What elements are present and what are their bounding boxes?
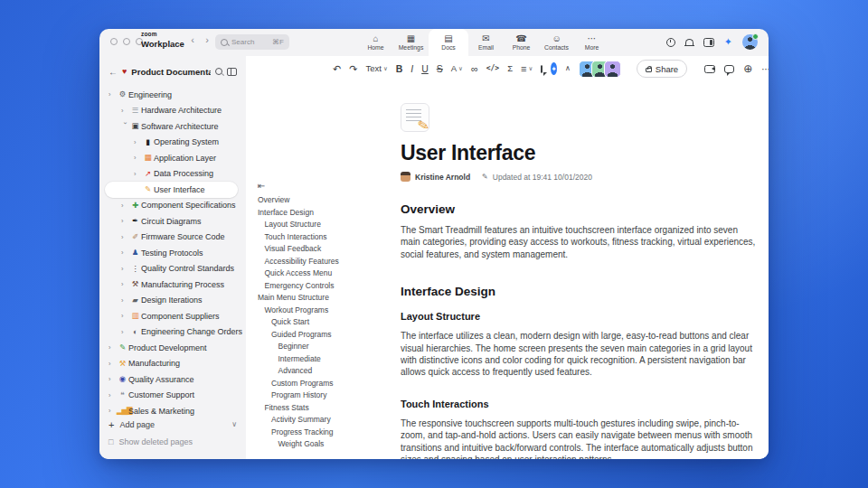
sidebar-item-circuit-diagrams[interactable]: ›✒Circuit Diagrams: [99, 213, 246, 230]
show-deleted-pages-button[interactable]: □ Show deleted pages: [108, 433, 237, 450]
tab-email[interactable]: ✉Email: [468, 29, 504, 56]
tab-docs[interactable]: ▤Docs: [429, 29, 468, 56]
outline-item-quick-access-menu[interactable]: Quick Access Menu: [258, 267, 401, 280]
sidebar-search-icon[interactable]: [215, 68, 222, 75]
bold-button[interactable]: B: [396, 63, 403, 74]
sidebar-item-manufacturing[interactable]: ›⚒Manufacturing: [99, 356, 246, 372]
share-button[interactable]: Share: [637, 60, 687, 78]
sidebar-item-quality-control-standards[interactable]: ›⋮Quality Control Standards: [99, 261, 246, 277]
outline-item-custom-programs[interactable]: Custom Programs: [258, 378, 401, 390]
text-style-dropdown[interactable]: Text ∨: [365, 63, 387, 74]
outline-item-guided-programs[interactable]: Guided Programs: [258, 329, 401, 342]
undo-icon[interactable]: ↶: [333, 63, 341, 74]
tab-home[interactable]: ⌂Home: [358, 29, 393, 56]
chevron-right-icon[interactable]: ›: [134, 170, 142, 178]
video-camera-icon[interactable]: [704, 65, 715, 73]
redo-icon[interactable]: ↷: [349, 63, 357, 74]
outline-item-layout-structure[interactable]: Layout Structure: [258, 219, 401, 231]
sidebar-item-quality-assurance[interactable]: ›◉Quality Assurance: [99, 371, 246, 388]
outline-item-emergency-controls[interactable]: Emergency Controls: [258, 280, 401, 293]
doc-paragraph[interactable]: The interface utilizes a clean, modern d…: [401, 330, 759, 379]
window-controls[interactable]: [110, 38, 143, 45]
comment-icon[interactable]: [541, 65, 542, 73]
sidebar-item-software-architecture[interactable]: ›▣Software Architecture: [99, 118, 246, 135]
doc-paragraph[interactable]: The responsive touchscreen supports mult…: [401, 418, 759, 459]
chevron-right-icon[interactable]: ›: [121, 249, 129, 257]
chevron-right-icon[interactable]: ›: [134, 138, 142, 146]
workspace-title[interactable]: Product Documenta...: [131, 67, 211, 77]
chevron-down-icon[interactable]: ∨: [231, 420, 237, 428]
tab-meetings[interactable]: ▦Meetings: [393, 29, 429, 56]
collapse-toolbar-icon[interactable]: ∧: [565, 63, 571, 74]
sidebar-item-hardware-architecture[interactable]: ›☰Hardware Architecture: [99, 103, 246, 119]
chevron-right-icon[interactable]: ›: [121, 312, 129, 320]
tab-more[interactable]: ⋯More: [574, 29, 609, 56]
forward-icon[interactable]: ›: [201, 34, 213, 45]
tab-contacts[interactable]: ☺Contacts: [539, 29, 574, 56]
outline-item-intermediate[interactable]: Intermediate: [258, 353, 401, 366]
underline-button[interactable]: U: [421, 63, 429, 74]
side-panel-icon[interactable]: [703, 38, 714, 47]
outline-item-fitness-stats[interactable]: Fitness Stats: [258, 402, 401, 415]
outline-item-accessibility-features[interactable]: Accessibility Features: [258, 256, 401, 268]
globe-icon[interactable]: ⊕: [743, 62, 752, 75]
doc-heading[interactable]: Layout Structure: [401, 311, 759, 322]
sidebar-back-icon[interactable]: ←: [108, 67, 118, 77]
outline-item-progress-tracking[interactable]: Progress Tracking: [258, 427, 401, 439]
minimize-window-button[interactable]: [123, 38, 130, 45]
outline-item-overview[interactable]: Overview: [258, 194, 401, 207]
doc-heading[interactable]: Overview: [401, 202, 759, 216]
outline-item-beginner[interactable]: Beginner: [258, 341, 401, 353]
chevron-right-icon[interactable]: ›: [134, 154, 142, 162]
outline-item-visual-feedback[interactable]: Visual Feedback: [258, 243, 401, 256]
sidebar-item-manufacturing-process[interactable]: ›⚒Manufacturing Process: [99, 277, 246, 293]
notifications-bell-icon[interactable]: [685, 39, 693, 46]
list-dropdown[interactable]: ≡ ∨: [521, 63, 533, 74]
collaborator-avatar-3[interactable]: [604, 61, 621, 78]
chevron-right-icon[interactable]: ›: [121, 217, 129, 225]
sidebar-item-component-suppliers[interactable]: ›▥Component Suppliers: [99, 308, 246, 324]
chevron-right-icon[interactable]: ›: [121, 280, 129, 288]
document-body[interactable]: ✎ User Interface Kristine Arnold ✎ Updat…: [401, 103, 759, 459]
sidebar-item-firmware-source-code[interactable]: ›✐Firmware Source Code: [99, 230, 246, 246]
tab-phone[interactable]: ☎Phone: [504, 29, 539, 56]
chevron-right-icon[interactable]: ›: [108, 343, 117, 352]
sidebar-item-engineering[interactable]: ›⚙Engineering: [99, 87, 246, 103]
chevron-right-icon[interactable]: ›: [108, 90, 117, 99]
sidebar-item-operating-system[interactable]: ›▮Operating System: [99, 135, 246, 151]
outline-item-touch-interactions[interactable]: Touch Interactions: [258, 231, 401, 244]
chevron-right-icon[interactable]: ›: [121, 328, 129, 336]
outline-item-activity-summary[interactable]: Activity Summary: [258, 414, 401, 427]
chevron-right-icon[interactable]: ›: [121, 107, 129, 115]
global-search-input[interactable]: Search ⌘F: [215, 34, 289, 50]
outline-item-workout-programs[interactable]: Workout Programs: [258, 305, 401, 317]
sidebar-item-component-specifications[interactable]: ›✚Component Specifications: [99, 198, 246, 214]
history-clock-icon[interactable]: [666, 38, 675, 47]
italic-button[interactable]: I: [410, 63, 413, 74]
sidebar-item-user-interface[interactable]: ›✎User Interface: [105, 182, 238, 198]
text-color-dropdown[interactable]: A ∨: [451, 63, 463, 74]
doc-heading[interactable]: Interface Design: [401, 285, 759, 298]
ai-sparkle-icon[interactable]: ✦: [724, 37, 732, 47]
chevron-right-icon[interactable]: ›: [121, 296, 129, 305]
back-icon[interactable]: ‹: [186, 34, 199, 45]
sidebar-item-application-layer[interactable]: ›▦Application Layer: [99, 150, 246, 166]
sidebar-collapse-icon[interactable]: [227, 68, 237, 76]
close-window-button[interactable]: [110, 38, 118, 45]
ai-companion-icon[interactable]: ✦: [551, 62, 557, 75]
sidebar-item-customer-support[interactable]: ›❝Customer Support: [99, 388, 246, 404]
chevron-right-icon[interactable]: ›: [121, 265, 129, 273]
page-memo-icon[interactable]: ✎: [401, 103, 429, 132]
outline-item-main-menu-structure[interactable]: Main Menu Structure: [258, 292, 401, 305]
outline-item-quick-start[interactable]: Quick Start: [258, 316, 401, 329]
outline-item-interface-design[interactable]: Interface Design: [258, 207, 401, 220]
sidebar-item-product-development[interactable]: ›✎Product Development: [99, 340, 246, 356]
outline-collapse-icon[interactable]: ⇤: [258, 181, 401, 191]
chevron-right-icon[interactable]: ›: [121, 233, 129, 241]
outline-item-weight-goals[interactable]: Weight Goals: [258, 438, 401, 451]
outline-item-advanced[interactable]: Advanced: [258, 365, 401, 378]
chevron-right-icon[interactable]: ›: [121, 202, 129, 210]
sidebar-item-testing-protocols[interactable]: ›♟Testing Protocols: [99, 245, 246, 261]
sidebar-item-design-iterations[interactable]: ›▰Design Iterations: [99, 293, 246, 309]
doc-sections[interactable]: OverviewThe Smart Treadmill features an …: [401, 202, 759, 459]
